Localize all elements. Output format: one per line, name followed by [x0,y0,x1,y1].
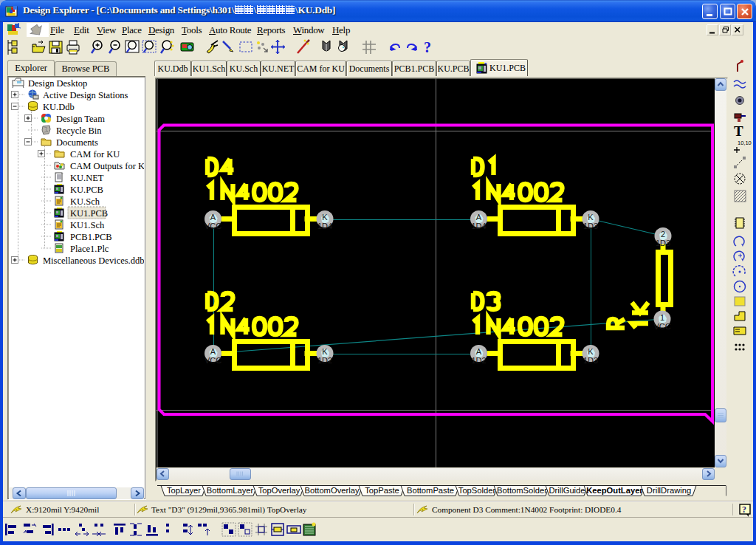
svg-text:K: K [322,347,328,356]
svg-text:A: A [210,213,216,222]
svg-text:VCC: VCC [205,222,221,230]
svg-text:Design Desktop: Design Desktop [28,78,87,89]
svg-text:BottomLayer: BottomLayer [207,486,254,495]
svg-text:2: 2 [661,230,665,239]
svg-text:CAM Outputs for KU: CAM Outputs for KU [70,161,144,171]
svg-text:KU.NET: KU.NET [70,173,104,183]
svg-text:TopLayer: TopLayer [167,486,201,495]
svg-text:BottomSolder: BottomSolder [497,486,547,495]
svg-text:A: A [476,213,482,222]
svg-text:CAM for KU: CAM for KU [70,149,120,160]
svg-text:K: K [588,347,594,356]
svg-text:1D4: 1D4 [317,222,332,230]
svg-text:10,10: 10,10 [738,140,752,146]
svg-text:TopSolder: TopSolder [458,486,496,495]
svg-text:BottomOverlay: BottomOverlay [305,486,360,495]
svg-text:?: ? [742,504,746,515]
svg-text:KU.Ddb: KU.Ddb [43,102,75,112]
svg-text:Recycle Bin: Recycle Bin [56,126,102,136]
svg-text:DrillDrawing: DrillDrawing [647,486,691,495]
svg-text:A: A [210,347,216,356]
svg-text:Place1.Plc: Place1.Plc [70,244,109,254]
svg-text:Active Design Stations: Active Design Stations [43,90,128,100]
svg-text:KeepOutLayer: KeepOutLayer [586,486,643,495]
svg-text:K: K [588,213,594,222]
svg-text:A: A [476,347,482,356]
svg-text:T: T [734,123,743,139]
svg-text:Design Team: Design Team [56,114,105,124]
svg-text:BottomPaste: BottomPaste [407,486,454,495]
svg-text:DrillGuide: DrillGuide [549,486,585,495]
svg-text:1D4: 1D4 [471,222,486,230]
svg-text:VCC: VCC [205,356,221,365]
svg-text:1D3: 1D3 [583,222,598,230]
svg-text:?: ? [424,39,431,55]
svg-text:TopPaste: TopPaste [365,486,399,495]
svg-text:1: 1 [660,313,664,322]
svg-text:TopOverlay: TopOverlay [258,486,300,495]
svg-text:KU1.PCB: KU1.PCB [70,208,108,219]
svg-text:1D3: 1D3 [583,356,598,365]
svg-text:KU.PCB: KU.PCB [70,185,103,195]
svg-text:1D2: 1D2 [471,356,486,365]
svg-text:1D3: 1D3 [656,239,670,247]
svg-text:1D2: 1D2 [317,356,332,365]
svg-text:Documents: Documents [56,137,98,148]
svg-text:KU1.Sch: KU1.Sch [70,220,105,230]
svg-text:VCC: VCC [653,322,670,331]
svg-text:Miscellaneous Devices.ddb: Miscellaneous Devices.ddb [43,256,144,266]
svg-text:KU.Sch: KU.Sch [70,196,100,207]
svg-text:PCB1.PCB: PCB1.PCB [70,232,112,242]
svg-text:K: K [322,213,328,222]
